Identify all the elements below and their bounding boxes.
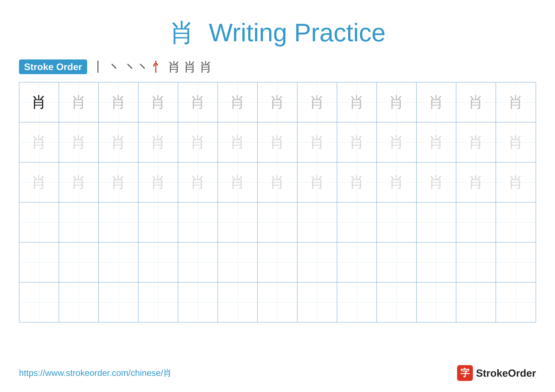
char-display: 肖 xyxy=(270,95,285,110)
char-display: 肖 xyxy=(270,135,285,150)
grid-cell[interactable] xyxy=(218,202,258,242)
char-display: 肖 xyxy=(468,135,483,150)
char-display: 肖 xyxy=(71,95,86,110)
grid-cell: 肖 xyxy=(178,82,218,122)
char-display: 肖 xyxy=(468,175,483,190)
grid-cell[interactable] xyxy=(416,202,456,242)
footer: https://www.strokeorder.com/chinese/肖 字 … xyxy=(19,365,536,381)
grid-cell: 肖 xyxy=(456,122,496,162)
footer-logo: 字 StrokeOrder xyxy=(457,365,536,381)
grid-cell: 肖 xyxy=(59,82,99,122)
grid-cell[interactable] xyxy=(139,202,178,242)
stroke-step-4: 忄 xyxy=(152,61,165,73)
char-display: 肖 xyxy=(429,95,444,110)
char-display: 肖 xyxy=(190,175,205,190)
title-label: Writing Practice xyxy=(209,18,386,47)
grid-cell[interactable] xyxy=(456,242,496,282)
char-display: 肖 xyxy=(468,95,483,110)
grid-cell[interactable] xyxy=(337,242,377,282)
grid-cell[interactable] xyxy=(297,282,337,322)
grid-cell[interactable] xyxy=(139,242,178,282)
grid-cell: 肖 xyxy=(99,162,139,202)
char-display: 肖 xyxy=(310,95,325,110)
grid-cell[interactable] xyxy=(337,202,377,242)
footer-url[interactable]: https://www.strokeorder.com/chinese/肖 xyxy=(19,367,172,379)
grid-cell[interactable] xyxy=(178,202,218,242)
grid-cell[interactable] xyxy=(19,202,59,242)
stroke-order-row: Stroke Order 丨 ㇔ ㇔㇔ 忄 肖 肖 肖 xyxy=(19,59,536,74)
grid-cell[interactable] xyxy=(59,242,99,282)
char-display: 肖 xyxy=(389,135,404,150)
grid-cell[interactable] xyxy=(258,242,297,282)
title-area: 肖 Writing Practice xyxy=(19,16,536,50)
grid-cell: 肖 xyxy=(258,82,297,122)
grid-cell[interactable] xyxy=(59,202,99,242)
grid-cell[interactable] xyxy=(218,282,258,322)
grid-cell[interactable] xyxy=(377,242,416,282)
char-display: 肖 xyxy=(389,95,404,110)
char-display: 肖 xyxy=(508,175,523,190)
grid-cell: 肖 xyxy=(496,162,536,202)
grid-row-4 xyxy=(19,202,536,242)
grid-cell[interactable] xyxy=(297,242,337,282)
grid-cell[interactable] xyxy=(337,282,377,322)
char-display: 肖 xyxy=(31,135,46,150)
grid-cell[interactable] xyxy=(377,282,416,322)
grid-cell: 肖 xyxy=(19,162,59,202)
grid-cell[interactable] xyxy=(297,202,337,242)
stroke-sequence: 丨 ㇔ ㇔㇔ 忄 肖 肖 肖 xyxy=(92,61,212,73)
grid-row-3: 肖 肖 肖 肖 肖 肖 肖 肖 肖 肖 肖 肖 肖 xyxy=(19,162,536,202)
grid-cell[interactable] xyxy=(496,202,536,242)
grid-cell[interactable] xyxy=(59,282,99,322)
stroke-step-7: 肖 xyxy=(199,61,212,73)
grid-cell: 肖 xyxy=(99,82,139,122)
char-display: 肖 xyxy=(270,175,285,190)
grid-cell[interactable] xyxy=(496,242,536,282)
logo-char: 字 xyxy=(460,367,470,379)
grid-cell: 肖 xyxy=(99,122,139,162)
stroke-step-2: ㇔ xyxy=(108,61,120,73)
grid-cell[interactable] xyxy=(416,282,456,322)
grid-cell[interactable] xyxy=(99,242,139,282)
grid-cell[interactable] xyxy=(139,282,178,322)
grid-cell: 肖 xyxy=(19,122,59,162)
grid-cell: 肖 xyxy=(218,162,258,202)
stroke-step-3: ㇔㇔ xyxy=(124,61,149,73)
grid-cell[interactable] xyxy=(456,202,496,242)
grid-cell[interactable] xyxy=(496,282,536,322)
grid-cell[interactable] xyxy=(377,202,416,242)
char-display: 肖 xyxy=(230,95,245,110)
title-chinese-char: 肖 xyxy=(169,18,195,47)
grid-cell[interactable] xyxy=(99,282,139,322)
char-display: 肖 xyxy=(31,95,46,110)
grid-cell: 肖 xyxy=(218,122,258,162)
grid-cell[interactable] xyxy=(416,242,456,282)
grid-cell: 肖 xyxy=(456,162,496,202)
grid-cell[interactable] xyxy=(19,282,59,322)
grid-cell[interactable] xyxy=(456,282,496,322)
grid-cell: 肖 xyxy=(178,162,218,202)
grid-cell[interactable] xyxy=(258,202,297,242)
grid-cell[interactable] xyxy=(178,282,218,322)
grid-cell[interactable] xyxy=(258,282,297,322)
grid-cell: 肖 xyxy=(297,82,337,122)
grid-cell[interactable] xyxy=(178,242,218,282)
grid-cell: 肖 xyxy=(139,122,178,162)
grid-cell: 肖 xyxy=(297,162,337,202)
stroke-order-badge: Stroke Order xyxy=(19,59,87,74)
char-display: 肖 xyxy=(310,175,325,190)
stroke-step-5: 肖 xyxy=(168,61,181,73)
grid-cell: 肖 xyxy=(19,82,59,122)
grid-cell[interactable] xyxy=(218,242,258,282)
practice-grid: 肖 肖 肖 肖 肖 肖 肖 肖 肖 肖 肖 肖 肖 肖 肖 肖 肖 肖 肖 肖 … xyxy=(19,82,536,322)
char-display: 肖 xyxy=(111,95,126,110)
grid-cell[interactable] xyxy=(19,242,59,282)
char-display: 肖 xyxy=(508,95,523,110)
char-display: 肖 xyxy=(389,175,404,190)
grid-cell: 肖 xyxy=(337,82,377,122)
grid-cell: 肖 xyxy=(297,122,337,162)
page: 肖 Writing Practice Stroke Order 丨 ㇔ ㇔㇔ 忄… xyxy=(0,0,555,392)
grid-cell: 肖 xyxy=(496,82,536,122)
grid-cell[interactable] xyxy=(99,202,139,242)
stroke-step-1: 丨 xyxy=(92,61,105,73)
